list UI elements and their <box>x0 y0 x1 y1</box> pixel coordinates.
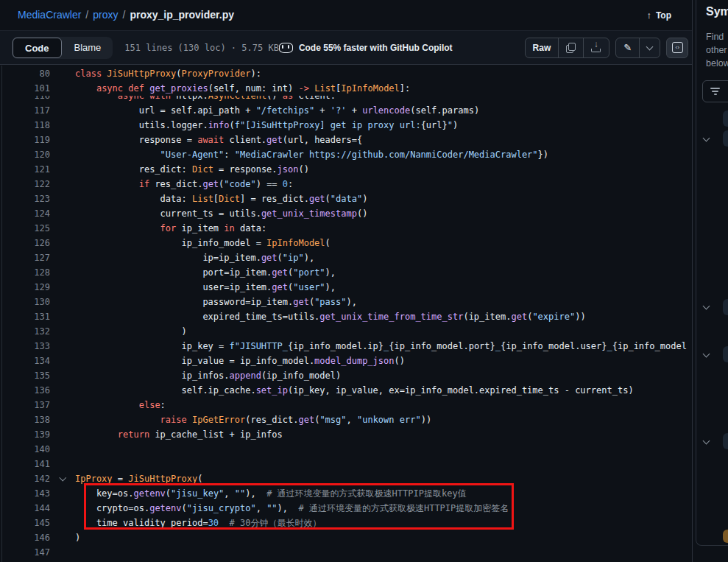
symbol-chip[interactable] <box>723 530 728 543</box>
edit-button[interactable]: ✎ <box>616 38 639 57</box>
breadcrumb-repo-link[interactable]: MediaCrawler <box>18 9 81 21</box>
line-number[interactable]: 136 <box>2 383 50 398</box>
line-number[interactable]: 119 <box>2 133 50 147</box>
line-number[interactable]: 126 <box>2 236 50 250</box>
symbols-desc-line: other <box>706 43 728 57</box>
line-number[interactable]: 139 <box>2 427 50 442</box>
line-number[interactable]: 80 <box>2 66 50 81</box>
line-number[interactable]: 124 <box>2 206 50 221</box>
fold-gutter <box>50 221 75 236</box>
line-number[interactable]: 130 <box>2 295 50 309</box>
fold-gutter[interactable] <box>50 471 75 486</box>
line-number[interactable]: 145 <box>2 516 50 530</box>
fold-gutter <box>50 530 75 545</box>
symbols-filter-button[interactable] <box>702 80 728 102</box>
code-text: IpProxy = JiSuHttpProxy( <box>75 471 202 486</box>
line-number[interactable]: 137 <box>2 398 50 412</box>
line-number[interactable]: 142 <box>2 471 50 486</box>
fold-gutter <box>50 339 75 354</box>
line-number[interactable]: 123 <box>2 192 50 206</box>
filter-icon <box>710 88 721 96</box>
chevron-down-icon[interactable] <box>703 351 710 358</box>
line-number[interactable]: 143 <box>2 486 50 501</box>
code-line: 128 port=ip_item.get("port"), <box>2 265 692 280</box>
code-line: 135 ip_infos.append(ip_info_model) <box>2 368 692 383</box>
code-line: 129 user=ip_item.get("user"), <box>2 280 692 295</box>
edit-dropdown-button[interactable] <box>639 38 660 57</box>
symbol-chip[interactable] <box>723 433 728 449</box>
line-number[interactable]: 144 <box>2 501 50 516</box>
code-line: 132 ) <box>2 324 692 339</box>
symbol-chip[interactable] <box>723 346 728 362</box>
line-number[interactable]: 127 <box>2 250 50 265</box>
breadcrumb-folder-link[interactable]: proxy <box>93 9 118 21</box>
code-text: ) <box>75 530 80 545</box>
line-number[interactable]: 131 <box>2 309 50 324</box>
code-line: 145 time_validity_period=30 # 30分钟（最长时效） <box>2 516 692 530</box>
fold-chevron-icon[interactable] <box>59 474 66 480</box>
symbols-desc-line: Find <box>706 30 728 43</box>
line-number[interactable]: 118 <box>2 118 50 133</box>
fold-gutter <box>50 398 75 412</box>
symbol-chip[interactable] <box>723 299 728 315</box>
fold-gutter <box>50 103 75 118</box>
code-text: port=ip_item.get("port"), <box>75 265 336 280</box>
line-number[interactable]: 132 <box>2 324 50 339</box>
line-number[interactable]: 122 <box>2 177 50 192</box>
breadcrumb-file-name: proxy_ip_provider.py <box>130 9 234 21</box>
tab-blame[interactable]: Blame <box>63 38 113 58</box>
code-text: url = self.api_path + "/fetchips" + '?' … <box>75 103 479 118</box>
copilot-banner[interactable]: Code 55% faster with GitHub Copilot <box>279 43 453 53</box>
line-number[interactable]: 128 <box>2 265 50 280</box>
code-blame-segmented-control: Code Blame <box>12 37 113 59</box>
symbols-panel-toggle-button[interactable]: ‹› <box>666 38 688 58</box>
line-number[interactable]: 117 <box>2 103 50 118</box>
file-header: MediaCrawler/proxy/proxy_ip_provider.py … <box>0 0 692 31</box>
symbol-chip[interactable] <box>723 130 728 147</box>
symbol-chip[interactable] <box>723 110 728 127</box>
tab-code[interactable]: Code <box>13 38 62 58</box>
code-line: 127 ip=ip_item.get("ip"), <box>2 250 692 265</box>
chevron-down-icon[interactable] <box>703 303 710 310</box>
line-number[interactable]: 120 <box>2 147 50 162</box>
line-number[interactable]: 146 <box>2 530 50 545</box>
download-icon <box>591 42 601 53</box>
chevron-down-icon[interactable] <box>703 438 710 445</box>
code-text: "User-Agent": "MediaCrawler https://gith… <box>75 147 548 162</box>
download-button[interactable] <box>583 38 609 57</box>
line-number[interactable]: 129 <box>2 280 50 295</box>
fold-gutter <box>50 81 75 96</box>
fold-gutter <box>50 486 75 501</box>
line-number[interactable]: 141 <box>2 457 50 471</box>
code-line: 120 "User-Agent": "MediaCrawler https://… <box>2 147 692 162</box>
line-number[interactable]: 121 <box>2 162 50 177</box>
line-number[interactable]: 135 <box>2 368 50 383</box>
line-number[interactable]: 138 <box>2 412 50 427</box>
code-line: 141 <box>2 457 692 471</box>
code-text: crypto=os.getenv("jisu_crypto", ""), # 通… <box>75 501 509 516</box>
line-number[interactable]: 101 <box>2 81 50 96</box>
back-to-top-button[interactable]: ↑ Top <box>646 0 671 30</box>
line-number[interactable]: 133 <box>2 339 50 354</box>
line-number[interactable]: 125 <box>2 221 50 236</box>
code-text: utils.logger.info(f"[JiSuHttpProxy] get … <box>75 118 458 133</box>
code-line: 101 async def get_proxies(self, num: int… <box>2 81 692 96</box>
fold-gutter <box>50 324 75 339</box>
code-text: current_ts = utils.get_unix_timestamp() <box>75 206 367 221</box>
line-number[interactable]: 147 <box>2 545 50 560</box>
line-number[interactable]: 134 <box>2 354 50 368</box>
copy-raw-button[interactable] <box>558 38 583 57</box>
fold-gutter <box>50 192 75 206</box>
raw-button[interactable]: Raw <box>526 38 559 57</box>
symbols-desc-line: below <box>706 57 728 70</box>
code-line: 133 ip_key = f"JISUHTTP_{ip_info_model.i… <box>2 339 692 354</box>
raw-button-label: Raw <box>533 43 551 53</box>
code-line: 124 current_ts = utils.get_unix_timestam… <box>2 206 692 221</box>
code-text: password=ip_item.get("pass"), <box>75 295 357 309</box>
sticky-context-lines: 80class JiSuHttpProxy(ProxyProvider):101… <box>2 66 692 96</box>
chevron-down-icon[interactable] <box>703 135 710 142</box>
line-number[interactable]: 140 <box>2 442 50 457</box>
fold-gutter <box>50 368 75 383</box>
fold-gutter <box>50 501 75 516</box>
back-to-top-label: Top <box>656 10 671 21</box>
